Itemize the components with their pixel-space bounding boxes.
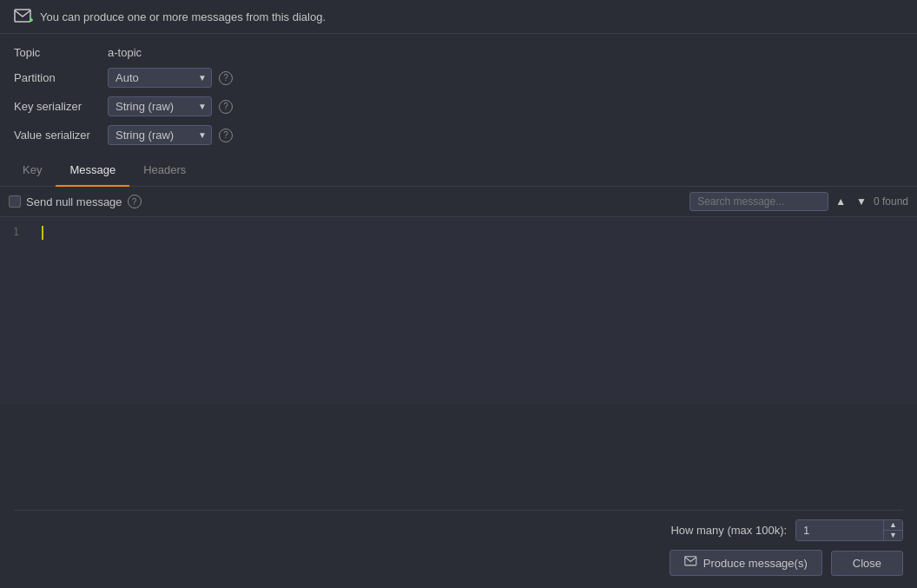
send-null-label: Send null message — [26, 195, 122, 208]
found-count-label: 0 found — [874, 195, 908, 208]
produce-button[interactable]: Produce message(s) — [670, 550, 822, 576]
search-area: ▲ ▼ 0 found — [689, 192, 908, 211]
line-number: 1 — [7, 224, 19, 241]
editor-content[interactable] — [26, 217, 917, 404]
number-input-wrapper: ▲ ▼ — [795, 519, 903, 541]
fields-section: Topic a-topic Partition Auto 0 1 2 ▼ ? K… — [0, 34, 917, 154]
search-input[interactable] — [689, 192, 828, 211]
close-button[interactable]: Close — [831, 551, 903, 576]
send-null-help-icon[interactable]: ? — [128, 195, 142, 208]
bottom-divider — [14, 510, 903, 511]
value-serializer-label: Value serializer — [14, 129, 101, 142]
key-serializer-row: Key serializer String (raw) Integer Long… — [14, 96, 903, 116]
spinner-down-button[interactable]: ▼ — [884, 531, 902, 540]
line-numbers: 1 — [0, 217, 26, 404]
partition-help-icon[interactable]: ? — [219, 71, 233, 85]
partition-select-wrapper: Auto 0 1 2 ▼ — [108, 68, 212, 88]
produce-icon — [684, 556, 698, 570]
text-cursor — [42, 226, 43, 240]
bottom-section: How many (max 100k): ▲ ▼ Produce message… — [0, 489, 917, 588]
tab-message[interactable]: Message — [56, 155, 129, 187]
send-null-checkbox[interactable] — [9, 195, 21, 208]
tabs-bar: Key Message Headers — [0, 154, 917, 187]
null-message-row: Send null message ? — [9, 195, 683, 208]
topic-label: Topic — [14, 46, 101, 59]
how-many-row: How many (max 100k): ▲ ▼ — [14, 519, 903, 541]
key-serializer-select-wrapper: String (raw) Integer Long Float Double B… — [108, 96, 212, 116]
banner-text: You can produce one or more messages fro… — [40, 10, 326, 23]
key-serializer-help-icon[interactable]: ? — [219, 100, 233, 114]
search-up-button[interactable]: ▲ — [832, 194, 849, 209]
how-many-input[interactable] — [796, 520, 883, 540]
info-banner: You can produce one or more messages fro… — [0, 0, 917, 34]
spinner-buttons: ▲ ▼ — [883, 520, 902, 540]
partition-row: Partition Auto 0 1 2 ▼ ? — [14, 68, 903, 88]
value-serializer-help-icon[interactable]: ? — [219, 129, 233, 142]
tab-key[interactable]: Key — [9, 155, 56, 187]
editor-area[interactable]: 1 — [0, 217, 917, 404]
value-serializer-row: Value serializer String (raw) Integer Lo… — [14, 125, 903, 145]
value-serializer-select-wrapper: String (raw) Integer Long Float Double B… — [108, 125, 212, 145]
svg-rect-0 — [15, 10, 30, 22]
spinner-up-button[interactable]: ▲ — [884, 520, 902, 531]
search-down-button[interactable]: ▼ — [853, 194, 870, 209]
action-row: Produce message(s) Close — [14, 550, 903, 576]
message-toolbar: Send null message ? ▲ ▼ 0 found — [0, 187, 917, 217]
tab-headers[interactable]: Headers — [129, 155, 200, 187]
topic-value: a-topic — [108, 46, 142, 59]
partition-label: Partition — [14, 71, 101, 84]
topic-row: Topic a-topic — [14, 46, 903, 59]
produce-button-label: Produce message(s) — [703, 557, 808, 570]
message-add-icon — [14, 9, 33, 24]
partition-select[interactable]: Auto 0 1 2 — [108, 68, 212, 88]
close-button-label: Close — [853, 557, 881, 570]
value-serializer-select[interactable]: String (raw) Integer Long Float Double B… — [108, 125, 212, 145]
key-serializer-label: Key serializer — [14, 100, 101, 113]
svg-rect-3 — [685, 557, 696, 565]
how-many-label: How many (max 100k): — [670, 524, 787, 537]
key-serializer-select[interactable]: String (raw) Integer Long Float Double B… — [108, 96, 212, 116]
